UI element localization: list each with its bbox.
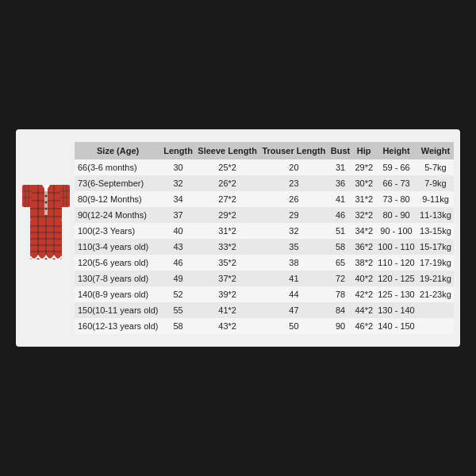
table-cell bbox=[417, 318, 454, 334]
table-cell: 120 - 125 bbox=[375, 271, 417, 286]
table-row: 66(3-6 months)3025*2203129*259 - 665-7kg bbox=[75, 159, 454, 175]
table-cell: 59 - 66 bbox=[375, 159, 417, 175]
table-cell: 37*2 bbox=[195, 271, 259, 286]
table-cell: 44*2 bbox=[352, 302, 375, 318]
table-cell: 120(5-6 years old) bbox=[75, 255, 161, 271]
table-cell: 41 bbox=[259, 271, 328, 286]
table-cell: 40*2 bbox=[352, 271, 375, 286]
table-cell: 35 bbox=[259, 239, 328, 255]
col-header-weight: Weight bbox=[417, 142, 454, 159]
table-cell: 73 - 80 bbox=[375, 191, 417, 207]
table-cell: 140(8-9 years old) bbox=[75, 286, 161, 302]
table-cell: 30 bbox=[161, 159, 195, 175]
table-cell: 66(3-6 months) bbox=[75, 159, 161, 175]
table-cell: 50 bbox=[259, 318, 328, 334]
table-cell: 38 bbox=[259, 255, 328, 271]
table-cell: 125 - 130 bbox=[375, 286, 417, 302]
svg-rect-9 bbox=[44, 185, 48, 191]
table-cell: 37 bbox=[161, 207, 195, 223]
table-cell: 43 bbox=[161, 239, 195, 255]
col-header-height: Height bbox=[375, 142, 417, 159]
table-cell: 39*2 bbox=[195, 286, 259, 302]
table-cell: 130(7-8 years old) bbox=[75, 271, 161, 286]
table-cell: 30*2 bbox=[352, 175, 375, 191]
table-cell: 46 bbox=[328, 207, 353, 223]
table-cell: 42*2 bbox=[352, 286, 375, 302]
table-cell: 13-15kg bbox=[417, 223, 454, 239]
table-cell: 5-7kg bbox=[417, 159, 454, 175]
table-cell: 38*2 bbox=[352, 255, 375, 271]
table-cell: 23 bbox=[259, 175, 328, 191]
table-cell: 26 bbox=[259, 191, 328, 207]
table-cell: 100(2-3 Years) bbox=[75, 223, 161, 239]
table-cell: 34 bbox=[161, 191, 195, 207]
table-row: 80(9-12 Months)3427*2264131*273 - 809-11… bbox=[75, 191, 454, 207]
svg-point-30 bbox=[45, 195, 48, 198]
col-header-trouser: Trouser Length bbox=[259, 142, 328, 159]
table-cell: 34*2 bbox=[352, 223, 375, 239]
table-cell: 46 bbox=[161, 255, 195, 271]
table-cell: 49 bbox=[161, 271, 195, 286]
col-header-bust: Bust bbox=[328, 142, 353, 159]
table-cell: 80(9-12 Months) bbox=[75, 191, 161, 207]
table-cell: 43*2 bbox=[195, 318, 259, 334]
table-cell: 46*2 bbox=[352, 318, 375, 334]
table-cell: 84 bbox=[328, 302, 353, 318]
table-cell: 25*2 bbox=[195, 159, 259, 175]
table-cell: 90(12-24 Months) bbox=[75, 207, 161, 223]
col-header-hip: Hip bbox=[352, 142, 375, 159]
table-cell: 66 - 73 bbox=[375, 175, 417, 191]
table-cell: 130 - 140 bbox=[375, 302, 417, 318]
table-cell: 41 bbox=[328, 191, 353, 207]
col-header-size: Size (Age) bbox=[75, 142, 161, 159]
table-cell: 110(3-4 years old) bbox=[75, 239, 161, 255]
table-cell: 29*2 bbox=[352, 159, 375, 175]
table-header-row: Size (Age) Length Sleeve Length Trouser … bbox=[75, 142, 454, 159]
table-cell: 11-13kg bbox=[417, 207, 454, 223]
table-cell: 80 - 90 bbox=[375, 207, 417, 223]
table-cell: 40 bbox=[161, 223, 195, 239]
table-cell: 32 bbox=[259, 223, 328, 239]
table-cell: 65 bbox=[328, 255, 353, 271]
table-cell: 9-11kg bbox=[417, 191, 454, 207]
table-cell: 47 bbox=[259, 302, 328, 318]
table-cell: 17-19kg bbox=[417, 255, 454, 271]
table-cell: 110 - 120 bbox=[375, 255, 417, 271]
col-header-length: Length bbox=[161, 142, 195, 159]
table-cell: 100 - 110 bbox=[375, 239, 417, 255]
table-cell: 27*2 bbox=[195, 191, 259, 207]
table-cell: 90 - 100 bbox=[375, 223, 417, 239]
table-cell: 31 bbox=[328, 159, 353, 175]
table-cell: 160(12-13 years old) bbox=[75, 318, 161, 334]
table-cell: 52 bbox=[161, 286, 195, 302]
table-cell: 19-21kg bbox=[417, 271, 454, 286]
table-cell: 55 bbox=[161, 302, 195, 318]
table-cell: 58 bbox=[328, 239, 353, 255]
table-row: 130(7-8 years old)4937*2417240*2120 - 12… bbox=[75, 271, 454, 286]
product-image bbox=[22, 161, 70, 267]
svg-point-32 bbox=[45, 208, 48, 210]
table-cell: 29 bbox=[259, 207, 328, 223]
svg-rect-10 bbox=[22, 185, 32, 207]
table-row: 73(6-September)3226*2233630*266 - 737-9k… bbox=[75, 175, 454, 191]
svg-point-31 bbox=[45, 202, 48, 204]
table-wrapper: Size (Age) Length Sleeve Length Trouser … bbox=[16, 137, 460, 339]
table-cell: 32*2 bbox=[352, 207, 375, 223]
table-row: 100(2-3 Years)4031*2325134*290 - 10013-1… bbox=[75, 223, 454, 239]
table-cell: 31*2 bbox=[352, 191, 375, 207]
table-cell: 73(6-September) bbox=[75, 175, 161, 191]
size-chart-card: Size (Age) Length Sleeve Length Trouser … bbox=[16, 129, 460, 347]
table-cell: 21-23kg bbox=[417, 286, 454, 302]
table-cell: 90 bbox=[328, 318, 353, 334]
table-cell: 72 bbox=[328, 271, 353, 286]
table-row: 90(12-24 Months)3729*2294632*280 - 9011-… bbox=[75, 207, 454, 223]
table-cell: 41*2 bbox=[195, 302, 259, 318]
table-cell: 7-9kg bbox=[417, 175, 454, 191]
table-cell: 31*2 bbox=[195, 223, 259, 239]
table-cell: 58 bbox=[161, 318, 195, 334]
table-cell: 26*2 bbox=[195, 175, 259, 191]
table-row: 120(5-6 years old)4635*2386538*2110 - 12… bbox=[75, 255, 454, 271]
table-cell: 51 bbox=[328, 223, 353, 239]
table-cell: 140 - 150 bbox=[375, 318, 417, 334]
size-table: Size (Age) Length Sleeve Length Trouser … bbox=[75, 142, 454, 334]
